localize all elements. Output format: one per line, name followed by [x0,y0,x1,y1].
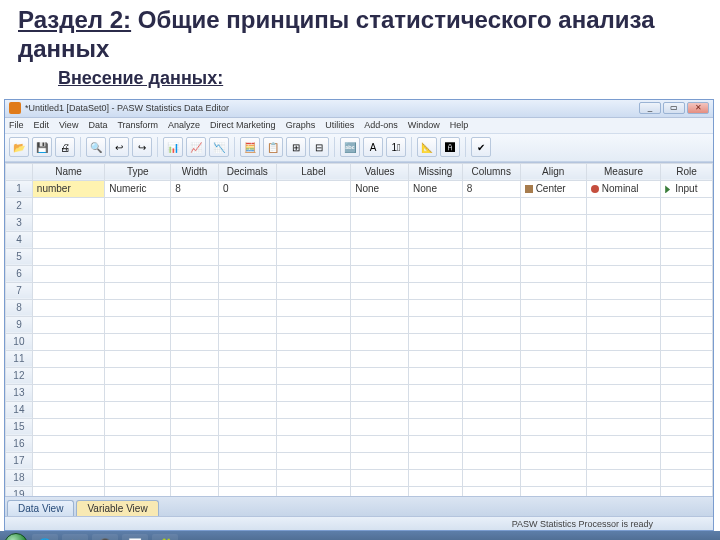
empty-cell[interactable] [586,316,660,333]
row-number[interactable]: 12 [6,367,33,384]
cell-width[interactable]: 8 [171,180,219,197]
row-number[interactable]: 10 [6,333,33,350]
empty-cell[interactable] [586,469,660,486]
close-button[interactable]: ✕ [687,102,709,114]
empty-cell[interactable] [586,350,660,367]
empty-cell[interactable] [171,333,219,350]
table-row[interactable]: 8 [6,299,713,316]
empty-cell[interactable] [520,282,586,299]
empty-cell[interactable] [409,452,463,469]
empty-cell[interactable] [661,282,713,299]
empty-cell[interactable] [218,350,276,367]
empty-cell[interactable] [462,401,520,418]
open-icon[interactable]: 📂 [9,137,29,157]
empty-cell[interactable] [351,265,409,282]
empty-cell[interactable] [32,401,104,418]
empty-cell[interactable] [276,316,350,333]
empty-cell[interactable] [171,282,219,299]
empty-cell[interactable] [105,350,171,367]
empty-cell[interactable] [171,231,219,248]
empty-cell[interactable] [409,333,463,350]
empty-cell[interactable] [218,469,276,486]
empty-cell[interactable] [32,248,104,265]
empty-cell[interactable] [409,350,463,367]
menu-graphs[interactable]: Graphs [286,120,316,130]
empty-cell[interactable] [661,367,713,384]
print-icon[interactable]: 🖨 [55,137,75,157]
empty-cell[interactable] [462,418,520,435]
menu-addons[interactable]: Add-ons [364,120,398,130]
empty-cell[interactable] [586,299,660,316]
empty-cell[interactable] [218,452,276,469]
empty-cell[interactable] [586,384,660,401]
empty-cell[interactable] [661,265,713,282]
empty-cell[interactable] [218,418,276,435]
empty-cell[interactable] [462,282,520,299]
empty-cell[interactable] [218,486,276,496]
tab-data-view[interactable]: Data View [7,500,74,516]
empty-cell[interactable] [409,282,463,299]
col-measure[interactable]: Measure [586,163,660,180]
col-type[interactable]: Type [105,163,171,180]
empty-cell[interactable] [276,452,350,469]
empty-cell[interactable] [32,231,104,248]
empty-cell[interactable] [171,452,219,469]
empty-cell[interactable] [351,316,409,333]
empty-cell[interactable] [276,418,350,435]
col-align[interactable]: Align [520,163,586,180]
taskbar-explorer-icon[interactable]: 📁 [62,534,88,540]
cell-label[interactable] [276,180,350,197]
empty-cell[interactable] [351,367,409,384]
empty-cell[interactable] [32,333,104,350]
table-row[interactable]: 10 [6,333,713,350]
maximize-button[interactable]: ▭ [663,102,685,114]
empty-cell[interactable] [105,418,171,435]
tab-variable-view[interactable]: Variable View [76,500,158,516]
font-icon[interactable]: A [363,137,383,157]
empty-cell[interactable] [351,282,409,299]
empty-cell[interactable] [171,316,219,333]
table-row[interactable]: 17 [6,452,713,469]
empty-cell[interactable] [218,367,276,384]
chart2-icon[interactable]: 📈 [186,137,206,157]
empty-cell[interactable] [218,316,276,333]
empty-cell[interactable] [218,299,276,316]
col-name[interactable]: Name [32,163,104,180]
empty-cell[interactable] [105,282,171,299]
col-decimals[interactable]: Decimals [218,163,276,180]
empty-cell[interactable] [661,401,713,418]
empty-cell[interactable] [661,333,713,350]
remove-icon[interactable]: ⊟ [309,137,329,157]
empty-cell[interactable] [351,384,409,401]
cell-columns[interactable]: 8 [462,180,520,197]
spellcheck-icon[interactable]: ✔ [471,137,491,157]
empty-cell[interactable] [32,367,104,384]
empty-cell[interactable] [351,231,409,248]
empty-cell[interactable] [462,469,520,486]
empty-cell[interactable] [32,384,104,401]
empty-cell[interactable] [276,469,350,486]
ruler-icon[interactable]: 📐 [417,137,437,157]
value-icon[interactable]: 1⃣ [386,137,406,157]
empty-cell[interactable] [351,435,409,452]
empty-cell[interactable] [105,435,171,452]
col-missing[interactable]: Missing [409,163,463,180]
empty-cell[interactable] [409,435,463,452]
empty-cell[interactable] [586,197,660,214]
chart-icon[interactable]: 📊 [163,137,183,157]
empty-cell[interactable] [218,248,276,265]
empty-cell[interactable] [520,214,586,231]
empty-cell[interactable] [276,384,350,401]
caps-icon[interactable]: 🅰 [440,137,460,157]
cell-values[interactable]: None [351,180,409,197]
empty-cell[interactable] [171,299,219,316]
col-role[interactable]: Role [661,163,713,180]
empty-cell[interactable] [661,231,713,248]
empty-cell[interactable] [32,282,104,299]
empty-cell[interactable] [351,299,409,316]
empty-cell[interactable] [409,486,463,496]
menu-utilities[interactable]: Utilities [325,120,354,130]
empty-cell[interactable] [520,367,586,384]
empty-cell[interactable] [462,231,520,248]
empty-cell[interactable] [218,333,276,350]
